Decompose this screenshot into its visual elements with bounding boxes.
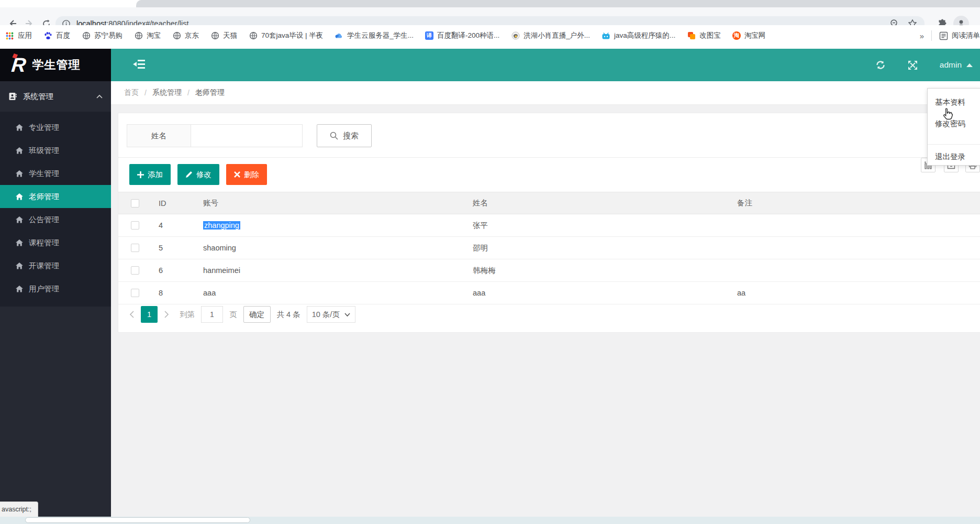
sidebar-parent-system[interactable]: 系统管理 xyxy=(0,81,111,112)
status-bar-link-preview: avascript:; xyxy=(0,501,38,517)
table-row[interactable]: 8 aaa aaa aa xyxy=(118,282,980,304)
translate-icon: 译 xyxy=(425,31,433,40)
header-remark[interactable]: 备注 xyxy=(732,198,980,208)
apps-grid-icon xyxy=(5,31,14,40)
header-id[interactable]: ID xyxy=(153,199,198,208)
bookmark-suning[interactable]: 苏宁易购 xyxy=(82,31,122,40)
goto-page-input[interactable] xyxy=(201,306,223,323)
table-row[interactable]: 5 shaoming 邵明 xyxy=(118,237,980,259)
search-panel: 姓名 搜索 xyxy=(118,113,980,158)
bird-avatar-icon xyxy=(511,31,520,40)
chevron-up-icon xyxy=(96,94,103,99)
goto-suffix: 页 xyxy=(229,310,237,320)
row-checkbox[interactable] xyxy=(131,289,139,297)
caret-up-icon xyxy=(966,63,973,67)
search-button[interactable]: 搜索 xyxy=(317,124,372,147)
refresh-icon[interactable] xyxy=(875,60,886,70)
user-menu-trigger[interactable]: admin xyxy=(940,60,973,70)
goto-confirm-button[interactable]: 确定 xyxy=(243,306,271,323)
sidebar-item-class[interactable]: 班级管理 xyxy=(0,139,111,162)
reading-list-button[interactable]: 阅读清单 xyxy=(939,31,980,40)
home-icon xyxy=(16,193,23,200)
goto-prefix: 到第 xyxy=(180,310,195,320)
header-account[interactable]: 账号 xyxy=(198,198,467,208)
globe-icon xyxy=(82,31,91,40)
home-icon xyxy=(16,216,23,223)
globe-icon xyxy=(134,31,143,40)
delete-button[interactable]: 删除 xyxy=(226,164,267,185)
page-size-select[interactable]: 10 条/页 xyxy=(307,306,355,323)
scrollbar-thumb[interactable] xyxy=(25,517,250,523)
browser-toolbar: localhost:8080/index#/teacher/list xyxy=(0,7,980,25)
sidebar-item-course[interactable]: 课程管理 xyxy=(0,231,111,254)
bookmark-bilibili[interactable]: java高级程序猿的... xyxy=(602,31,675,40)
edit-button[interactable]: 修改 xyxy=(177,164,219,185)
name-field-label: 姓名 xyxy=(127,124,191,147)
home-icon xyxy=(16,124,23,131)
bookmark-java-projects[interactable]: 70套java毕设 | 半夜 xyxy=(249,31,323,40)
prev-page-icon[interactable] xyxy=(129,311,135,318)
breadcrumb-section[interactable]: 系统管理 xyxy=(152,88,182,97)
row-checkbox[interactable] xyxy=(131,244,139,252)
sidebar-submenu: 专业管理 班级管理 学生管理 老师管理 公告管理 课程管理 开课管理 用户管理 xyxy=(0,112,111,307)
name-search-input[interactable] xyxy=(191,124,303,147)
bookmark-live-stream[interactable]: 洪湖小肖直播_户外... xyxy=(511,31,590,40)
menu-item-profile[interactable]: 基本资料 xyxy=(935,97,965,107)
total-count: 共 4 条 xyxy=(277,310,300,320)
next-page-icon[interactable] xyxy=(164,311,169,318)
user-dropdown-menu: 基本资料 修改密码 退出登录 xyxy=(927,88,980,166)
menu-item-logout[interactable]: 退出登录 xyxy=(935,152,965,162)
tab-strip-background xyxy=(136,0,980,7)
fullscreen-icon[interactable] xyxy=(908,60,918,70)
table-row[interactable]: 6 hanmeimei 韩梅梅 xyxy=(118,259,980,282)
pencil-icon xyxy=(185,171,193,178)
table-panel: 添加 修改 删除 ID 账号 姓名 备注 xyxy=(118,157,980,333)
add-button[interactable]: 添加 xyxy=(129,164,171,185)
globe-icon xyxy=(172,31,181,40)
address-book-icon xyxy=(8,92,17,101)
reading-list-icon xyxy=(939,31,948,40)
tab-strip xyxy=(0,0,980,7)
sidebar-item-user[interactable]: 用户管理 xyxy=(0,277,111,300)
breadcrumb: 首页 / 系统管理 / 老师管理 xyxy=(111,81,980,105)
table-header-row: ID 账号 姓名 备注 xyxy=(118,192,980,214)
logo-letter: R xyxy=(10,55,27,75)
bookmark-gaitubao[interactable]: 改图宝 xyxy=(687,31,721,40)
bookmarks-overflow-chevron[interactable]: » xyxy=(920,31,924,40)
bookmark-baidu-translate[interactable]: 译 百度翻译-200种语... xyxy=(425,31,499,40)
breadcrumb-current: 老师管理 xyxy=(195,88,225,97)
select-all-checkbox[interactable] xyxy=(131,199,139,208)
bookmark-apps[interactable]: 应用 xyxy=(5,31,32,40)
globe-icon xyxy=(210,31,219,40)
pagination: 1 到第 页 确定 共 4 条 10 条/页 xyxy=(129,306,355,323)
table-row[interactable]: 4 zhangping 张平 xyxy=(118,214,980,237)
sidebar-item-major[interactable]: 专业管理 xyxy=(0,116,111,139)
sidebar-item-student[interactable]: 学生管理 xyxy=(0,162,111,185)
breadcrumb-home[interactable]: 首页 xyxy=(124,88,139,97)
row-checkbox[interactable] xyxy=(131,266,139,275)
sidebar-fold-icon[interactable] xyxy=(133,59,146,69)
plus-icon xyxy=(137,171,144,178)
sidebar-item-notice[interactable]: 公告管理 xyxy=(0,208,111,231)
bookmarks-bar: 应用 百度 苏宁易购 淘宝 京东 天猫 xyxy=(0,25,980,49)
bookmark-tmall[interactable]: 天猫 xyxy=(210,31,237,40)
sidebar-item-teacher[interactable]: 老师管理 xyxy=(0,185,111,208)
bookmark-taobao-site[interactable]: 淘 淘宝网 xyxy=(732,31,766,40)
home-icon xyxy=(16,263,23,269)
sidebar-item-course-open[interactable]: 开课管理 xyxy=(0,254,111,277)
app-title: 学生管理 xyxy=(32,57,80,73)
menu-divider xyxy=(928,144,980,145)
header-name[interactable]: 姓名 xyxy=(467,198,732,208)
horizontal-scrollbar[interactable] xyxy=(0,517,980,524)
home-icon xyxy=(16,147,23,154)
bookmark-cloud-server[interactable]: 学生云服务器_学生... xyxy=(335,31,414,40)
home-icon xyxy=(16,170,23,177)
image-resize-icon xyxy=(687,31,696,40)
bookmark-jd[interactable]: 京东 xyxy=(172,31,199,40)
bookmark-baidu[interactable]: 百度 xyxy=(43,31,70,40)
globe-icon xyxy=(249,31,258,40)
row-checkbox[interactable] xyxy=(131,221,139,230)
bookmark-taobao[interactable]: 淘宝 xyxy=(134,31,161,40)
divider xyxy=(931,30,932,41)
page-number-active[interactable]: 1 xyxy=(141,306,158,323)
